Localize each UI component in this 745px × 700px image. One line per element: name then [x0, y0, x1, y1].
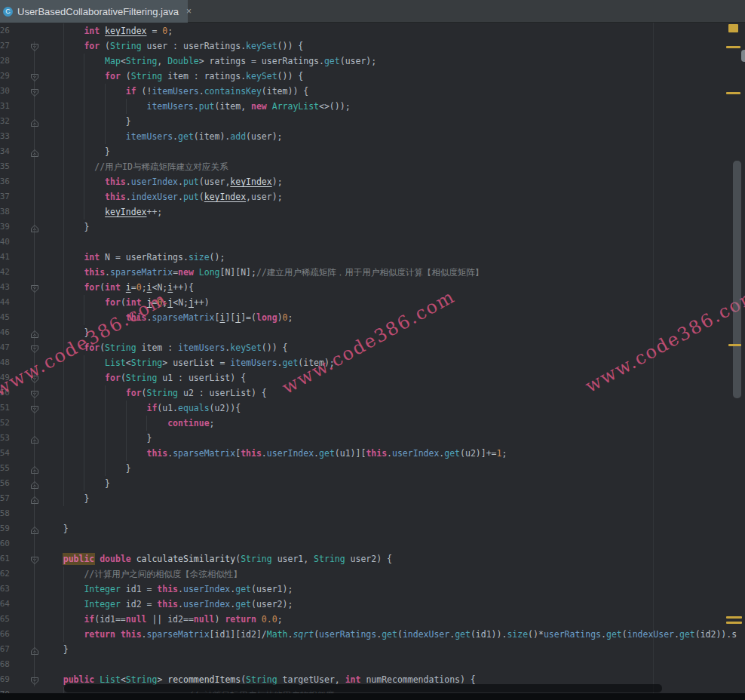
line-number: 46: [0, 325, 10, 340]
line-number: 63: [0, 582, 10, 597]
code-text: for (String item : ratings.keySet()) {: [42, 69, 303, 84]
fold-marker-close-icon[interactable]: [30, 434, 39, 443]
code-text: if (!itemUsers.containsKey(item)) {: [42, 84, 308, 99]
warning-stripe-dash[interactable]: [726, 616, 742, 619]
fold-marker-close-icon[interactable]: [30, 147, 39, 156]
tab-userbasedcollaborativefiltering[interactable]: C UserBasedCollaborativeFiltering.java ×: [0, 0, 188, 23]
fold-marker-close-icon[interactable]: [30, 524, 39, 533]
fold-marker-close-icon[interactable]: [30, 223, 39, 232]
code-text: }: [42, 431, 152, 446]
fold-marker-close-icon[interactable]: [30, 328, 39, 337]
line-number: 61: [0, 551, 10, 566]
line-number: 33: [0, 129, 10, 144]
line-number: 39: [0, 220, 10, 235]
code-text: this.sparseMatrix[i][j]=(long)0;: [42, 310, 293, 325]
fold-marker-open-icon[interactable]: [30, 554, 39, 563]
ide-window: C UserBasedCollaborativeFiltering.java ×…: [0, 0, 745, 700]
fold-marker-close-icon[interactable]: [30, 117, 39, 126]
line-number: 35: [0, 159, 10, 174]
line-number: 69: [0, 672, 10, 687]
code-text: }: [42, 325, 89, 340]
code-text: Integer id1 = this.userIndex.get(user1);: [42, 582, 293, 597]
code-text: for(String item : itemUsers.keySet()) {: [42, 340, 287, 355]
warning-stripe-dash[interactable]: [726, 622, 742, 624]
fold-marker-close-icon[interactable]: [30, 494, 39, 503]
code-text: Integer id2 = this.userIndex.get(user2);: [42, 597, 293, 612]
warning-stripe-dash[interactable]: [726, 92, 740, 94]
line-number: 60: [0, 536, 10, 551]
fold-marker-close-icon[interactable]: [30, 479, 39, 488]
code-text: for(String u1 : userList) {: [42, 370, 246, 385]
code-text: this.sparseMatrix[this.userIndex.get(u1)…: [42, 446, 507, 461]
gutter-fold-line: [34, 41, 35, 686]
line-number: 37: [0, 189, 10, 204]
line-number: 47: [0, 340, 10, 355]
code-text: }: [42, 521, 69, 536]
line-number: 29: [0, 69, 10, 84]
line-number: 58: [0, 506, 10, 521]
code-text: }: [42, 461, 131, 476]
code-text: itemUsers.get(item).add(user);: [42, 129, 283, 144]
code-editor[interactable]: 26 int keyIndex = 0;27 for (String user …: [0, 23, 745, 700]
fold-marker-open-icon[interactable]: [30, 343, 39, 352]
code-text: continue;: [42, 416, 215, 431]
code-text: }: [42, 476, 110, 491]
line-number: 34: [0, 144, 10, 159]
fold-marker-open-icon[interactable]: [30, 388, 39, 398]
line-number: 66: [0, 627, 10, 642]
code-text: this.userIndex.put(user,keyIndex);: [42, 174, 283, 189]
fold-marker-open-icon[interactable]: [30, 373, 39, 382]
line-number: 57: [0, 491, 10, 506]
line-number: 51: [0, 401, 10, 416]
code-text: itemUsers.put(item, new ArrayList<>());: [42, 99, 351, 114]
code-text: int keyIndex = 0;: [42, 23, 173, 38]
fold-marker-open-icon[interactable]: [30, 72, 39, 81]
code-text: List<String> userList = itemUsers.get(it…: [42, 355, 335, 370]
line-number: 67: [0, 642, 10, 657]
code-text: int N = userRatings.size();: [42, 250, 225, 265]
vertical-scrollbar[interactable]: [733, 161, 741, 398]
bottom-strip: [0, 693, 745, 700]
code-text: keyIndex++;: [42, 204, 162, 220]
line-number: 54: [0, 446, 10, 461]
line-number: 26: [0, 23, 10, 38]
line-number: 48: [0, 355, 10, 370]
scrollbar-top-thumb[interactable]: [741, 50, 745, 62]
line-number: 64: [0, 597, 10, 612]
line-number: 43: [0, 280, 10, 295]
code-text: for(int j=0;j<N;j++): [42, 295, 210, 310]
code-text: if(u1.equals(u2)){: [42, 401, 241, 416]
code-text: }: [42, 144, 110, 159]
fold-marker-close-icon[interactable]: [30, 464, 39, 473]
java-class-icon: C: [3, 7, 13, 17]
line-number: 42: [0, 265, 10, 280]
line-number: 28: [0, 54, 10, 69]
horizontal-scrollbar[interactable]: [64, 684, 662, 692]
code-text: for(String u2 : userList) {: [42, 385, 267, 401]
fold-marker-open-icon[interactable]: [30, 404, 39, 413]
fold-marker-open-icon[interactable]: [30, 41, 39, 51]
tab-close-icon[interactable]: ×: [186, 6, 192, 17]
line-number: 62: [0, 566, 10, 582]
right-margin-guide: [653, 23, 654, 693]
fold-marker-open-icon[interactable]: [30, 87, 39, 96]
line-number: 36: [0, 174, 10, 189]
editor-tab-bar: C UserBasedCollaborativeFiltering.java ×: [0, 0, 745, 23]
code-text: if(id1==null || id2==null) return 0.0;: [42, 612, 283, 627]
code-text: }: [42, 114, 131, 129]
fold-marker-open-icon[interactable]: [30, 283, 39, 292]
line-number: 31: [0, 99, 10, 114]
warning-stripe-dash[interactable]: [726, 46, 740, 48]
warning-stripe-dash[interactable]: [728, 344, 741, 346]
line-number: 41: [0, 250, 10, 265]
code-text: Map<String, Double> ratings = userRating…: [42, 54, 376, 69]
line-number: 40: [0, 235, 10, 250]
warning-stripe-square[interactable]: [728, 24, 738, 32]
fold-marker-close-icon[interactable]: [30, 645, 39, 654]
code-text: this.indexUser.put(keyIndex,user);: [42, 189, 283, 204]
line-number: 44: [0, 295, 10, 310]
code-text: for(int i=0;i<N;i++){: [42, 280, 194, 295]
line-number: 49: [0, 370, 10, 385]
fold-marker-open-icon[interactable]: [30, 675, 39, 684]
line-number: 50: [0, 385, 10, 401]
